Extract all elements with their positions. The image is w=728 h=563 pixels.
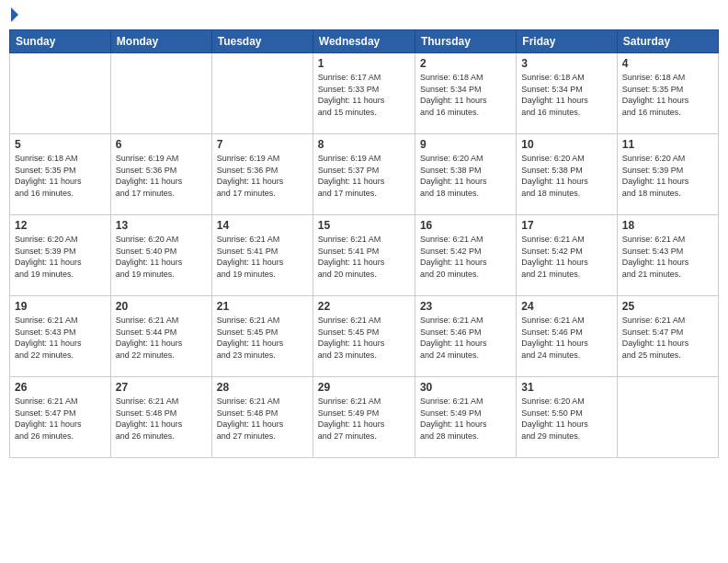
day-info: Sunrise: 6:21 AM Sunset: 5:41 PM Dayligh… <box>318 234 410 280</box>
day-info: Sunrise: 6:21 AM Sunset: 5:44 PM Dayligh… <box>116 315 207 361</box>
day-number: 28 <box>217 381 308 394</box>
day-number: 5 <box>15 138 106 151</box>
weekday-header-monday: Monday <box>110 30 211 53</box>
weekday-header-sunday: Sunday <box>10 30 111 53</box>
day-info: Sunrise: 6:21 AM Sunset: 5:49 PM Dayligh… <box>420 396 511 442</box>
day-cell: 25Sunrise: 6:21 AM Sunset: 5:47 PM Dayli… <box>617 296 718 377</box>
day-cell: 7Sunrise: 6:19 AM Sunset: 5:36 PM Daylig… <box>211 134 313 215</box>
week-row-2: 5Sunrise: 6:18 AM Sunset: 5:35 PM Daylig… <box>10 134 719 215</box>
day-cell: 16Sunrise: 6:21 AM Sunset: 5:42 PM Dayli… <box>415 215 516 296</box>
day-cell: 26Sunrise: 6:21 AM Sunset: 5:47 PM Dayli… <box>10 377 111 458</box>
day-cell: 5Sunrise: 6:18 AM Sunset: 5:35 PM Daylig… <box>10 134 111 215</box>
day-number: 10 <box>521 138 611 151</box>
weekday-header-tuesday: Tuesday <box>211 30 313 53</box>
day-cell: 24Sunrise: 6:21 AM Sunset: 5:46 PM Dayli… <box>517 296 617 377</box>
day-cell: 11Sunrise: 6:20 AM Sunset: 5:39 PM Dayli… <box>617 134 718 215</box>
day-number: 6 <box>116 138 207 151</box>
day-cell <box>10 53 111 134</box>
calendar-table: SundayMondayTuesdayWednesdayThursdayFrid… <box>9 29 719 458</box>
day-info: Sunrise: 6:21 AM Sunset: 5:49 PM Dayligh… <box>318 396 410 442</box>
day-cell: 3Sunrise: 6:18 AM Sunset: 5:34 PM Daylig… <box>517 53 617 134</box>
day-cell: 23Sunrise: 6:21 AM Sunset: 5:46 PM Dayli… <box>415 296 516 377</box>
day-number: 1 <box>318 57 410 70</box>
day-info: Sunrise: 6:20 AM Sunset: 5:38 PM Dayligh… <box>521 153 611 199</box>
day-cell: 18Sunrise: 6:21 AM Sunset: 5:43 PM Dayli… <box>617 215 718 296</box>
day-number: 7 <box>217 138 308 151</box>
header <box>9 9 719 22</box>
day-info: Sunrise: 6:18 AM Sunset: 5:35 PM Dayligh… <box>15 153 106 199</box>
day-number: 13 <box>116 219 207 232</box>
day-number: 18 <box>622 219 713 232</box>
day-info: Sunrise: 6:18 AM Sunset: 5:35 PM Dayligh… <box>622 72 713 118</box>
day-info: Sunrise: 6:19 AM Sunset: 5:36 PM Dayligh… <box>116 153 207 199</box>
day-cell: 29Sunrise: 6:21 AM Sunset: 5:49 PM Dayli… <box>313 377 415 458</box>
day-info: Sunrise: 6:21 AM Sunset: 5:48 PM Dayligh… <box>116 396 207 442</box>
day-number: 4 <box>622 57 713 70</box>
day-info: Sunrise: 6:21 AM Sunset: 5:46 PM Dayligh… <box>521 315 611 361</box>
day-cell: 15Sunrise: 6:21 AM Sunset: 5:41 PM Dayli… <box>313 215 415 296</box>
day-info: Sunrise: 6:18 AM Sunset: 5:34 PM Dayligh… <box>521 72 611 118</box>
day-info: Sunrise: 6:19 AM Sunset: 5:36 PM Dayligh… <box>217 153 308 199</box>
day-cell <box>617 377 718 458</box>
day-cell: 20Sunrise: 6:21 AM Sunset: 5:44 PM Dayli… <box>110 296 211 377</box>
day-cell: 4Sunrise: 6:18 AM Sunset: 5:35 PM Daylig… <box>617 53 718 134</box>
weekday-header-saturday: Saturday <box>617 30 718 53</box>
day-info: Sunrise: 6:21 AM Sunset: 5:48 PM Dayligh… <box>217 396 308 442</box>
day-cell: 21Sunrise: 6:21 AM Sunset: 5:45 PM Dayli… <box>211 296 313 377</box>
day-number: 15 <box>318 219 410 232</box>
weekday-header-wednesday: Wednesday <box>313 30 415 53</box>
day-number: 22 <box>318 300 410 313</box>
day-cell: 28Sunrise: 6:21 AM Sunset: 5:48 PM Dayli… <box>211 377 313 458</box>
day-number: 20 <box>116 300 207 313</box>
day-info: Sunrise: 6:20 AM Sunset: 5:50 PM Dayligh… <box>521 396 611 442</box>
day-number: 23 <box>420 300 511 313</box>
day-number: 19 <box>15 300 106 313</box>
day-info: Sunrise: 6:20 AM Sunset: 5:39 PM Dayligh… <box>15 234 106 280</box>
day-info: Sunrise: 6:20 AM Sunset: 5:38 PM Dayligh… <box>420 153 511 199</box>
day-number: 26 <box>15 381 106 394</box>
day-info: Sunrise: 6:21 AM Sunset: 5:41 PM Dayligh… <box>217 234 308 280</box>
day-cell: 17Sunrise: 6:21 AM Sunset: 5:42 PM Dayli… <box>517 215 617 296</box>
day-cell: 22Sunrise: 6:21 AM Sunset: 5:45 PM Dayli… <box>313 296 415 377</box>
day-cell: 10Sunrise: 6:20 AM Sunset: 5:38 PM Dayli… <box>517 134 617 215</box>
day-cell: 2Sunrise: 6:18 AM Sunset: 5:34 PM Daylig… <box>415 53 516 134</box>
weekday-header-thursday: Thursday <box>415 30 516 53</box>
day-number: 9 <box>420 138 511 151</box>
day-info: Sunrise: 6:21 AM Sunset: 5:45 PM Dayligh… <box>318 315 410 361</box>
day-cell: 27Sunrise: 6:21 AM Sunset: 5:48 PM Dayli… <box>110 377 211 458</box>
day-info: Sunrise: 6:17 AM Sunset: 5:33 PM Dayligh… <box>318 72 410 118</box>
day-number: 31 <box>521 381 611 394</box>
day-cell: 8Sunrise: 6:19 AM Sunset: 5:37 PM Daylig… <box>313 134 415 215</box>
day-number: 24 <box>521 300 611 313</box>
day-info: Sunrise: 6:21 AM Sunset: 5:42 PM Dayligh… <box>521 234 611 280</box>
day-cell: 14Sunrise: 6:21 AM Sunset: 5:41 PM Dayli… <box>211 215 313 296</box>
day-number: 25 <box>622 300 713 313</box>
day-number: 11 <box>622 138 713 151</box>
day-info: Sunrise: 6:21 AM Sunset: 5:47 PM Dayligh… <box>15 396 106 442</box>
day-info: Sunrise: 6:21 AM Sunset: 5:45 PM Dayligh… <box>217 315 308 361</box>
day-cell: 19Sunrise: 6:21 AM Sunset: 5:43 PM Dayli… <box>10 296 111 377</box>
day-cell: 9Sunrise: 6:20 AM Sunset: 5:38 PM Daylig… <box>415 134 516 215</box>
day-number: 8 <box>318 138 410 151</box>
day-cell: 13Sunrise: 6:20 AM Sunset: 5:40 PM Dayli… <box>110 215 211 296</box>
day-cell: 12Sunrise: 6:20 AM Sunset: 5:39 PM Dayli… <box>10 215 111 296</box>
day-number: 30 <box>420 381 511 394</box>
day-info: Sunrise: 6:21 AM Sunset: 5:42 PM Dayligh… <box>420 234 511 280</box>
day-info: Sunrise: 6:21 AM Sunset: 5:43 PM Dayligh… <box>15 315 106 361</box>
day-info: Sunrise: 6:19 AM Sunset: 5:37 PM Dayligh… <box>318 153 410 199</box>
week-row-3: 12Sunrise: 6:20 AM Sunset: 5:39 PM Dayli… <box>10 215 719 296</box>
day-number: 3 <box>521 57 611 70</box>
day-number: 14 <box>217 219 308 232</box>
day-number: 17 <box>521 219 611 232</box>
day-info: Sunrise: 6:21 AM Sunset: 5:43 PM Dayligh… <box>622 234 713 280</box>
day-cell: 30Sunrise: 6:21 AM Sunset: 5:49 PM Dayli… <box>415 377 516 458</box>
day-cell: 1Sunrise: 6:17 AM Sunset: 5:33 PM Daylig… <box>313 53 415 134</box>
day-cell <box>211 53 313 134</box>
day-number: 27 <box>116 381 207 394</box>
day-cell: 31Sunrise: 6:20 AM Sunset: 5:50 PM Dayli… <box>517 377 617 458</box>
day-number: 29 <box>318 381 410 394</box>
day-info: Sunrise: 6:18 AM Sunset: 5:34 PM Dayligh… <box>420 72 511 118</box>
weekday-header-row: SundayMondayTuesdayWednesdayThursdayFrid… <box>10 30 719 53</box>
weekday-header-friday: Friday <box>517 30 617 53</box>
week-row-1: 1Sunrise: 6:17 AM Sunset: 5:33 PM Daylig… <box>10 53 719 134</box>
